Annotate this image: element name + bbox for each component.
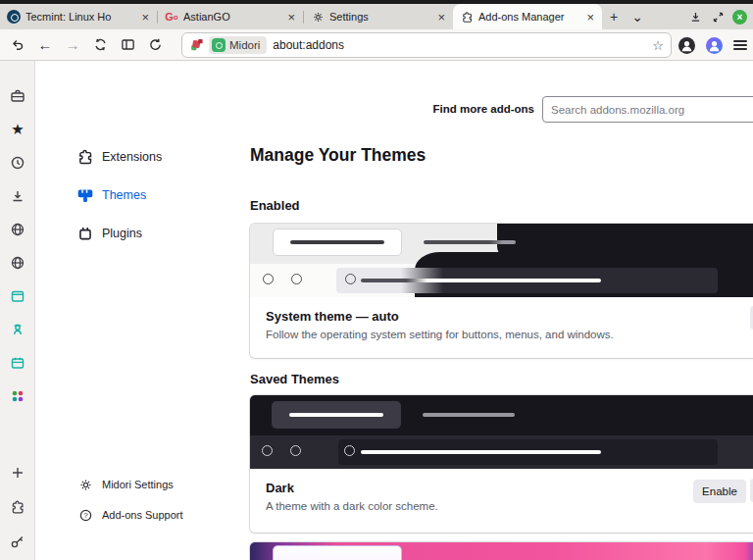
tab-close-icon[interactable]: × xyxy=(585,10,595,25)
gear-icon xyxy=(311,10,325,24)
theme-card-system-auto: System theme — auto Follow the operating… xyxy=(250,224,753,358)
key-icon[interactable] xyxy=(10,534,25,549)
puzzle-icon xyxy=(76,148,94,166)
midori-logo-icon xyxy=(212,38,226,52)
sidebar-item-extensions[interactable]: Extensions xyxy=(76,147,162,167)
sidebar-item-addons-support[interactable]: ? Add-ons Support xyxy=(78,507,183,523)
sidebar-item-midori-settings[interactable]: Midori Settings xyxy=(78,477,174,492)
extension-badge-icon[interactable] xyxy=(189,38,203,52)
theme-card-dark: Dark A theme with a dark color scheme. E… xyxy=(250,395,753,533)
sync-icon[interactable] xyxy=(86,32,114,58)
search-addons-input[interactable] xyxy=(542,96,753,123)
account-icon[interactable] xyxy=(706,37,723,54)
downloads-icon[interactable] xyxy=(10,188,25,204)
sidebar-item-label: Extensions xyxy=(102,150,162,164)
add-plus-icon[interactable] xyxy=(10,465,25,481)
tecmint-favicon-icon xyxy=(7,10,21,24)
list-tabs-chevron-icon[interactable]: ⌄ xyxy=(626,4,649,29)
tab-close-icon[interactable]: × xyxy=(140,10,150,25)
tab-astiango[interactable]: Go AstianGO × xyxy=(158,4,303,29)
tab-close-icon[interactable]: × xyxy=(286,10,296,25)
theme-preview-dark xyxy=(250,395,753,469)
new-tab-button[interactable]: + xyxy=(602,4,626,29)
addons-manager-page: Extensions Themes Plugins Midor xyxy=(35,61,753,560)
theme-title: System theme — auto xyxy=(266,309,753,324)
plug-icon xyxy=(76,225,94,242)
download-icon[interactable] xyxy=(687,9,703,25)
tab-title: AstianGO xyxy=(183,11,281,23)
theme-description: A theme with a dark color scheme. xyxy=(266,500,753,512)
url-text[interactable]: about:addons xyxy=(273,38,646,52)
tab-close-icon[interactable]: × xyxy=(436,10,446,25)
sidebar-item-themes[interactable]: Themes xyxy=(76,185,146,205)
forward-arrow-icon[interactable]: → xyxy=(59,32,86,58)
tab-title: Settings xyxy=(329,11,431,23)
url-bar[interactable]: Midori about:addons ☆ xyxy=(181,32,672,58)
globe-icon-2[interactable] xyxy=(10,255,25,271)
paintbrush-icon xyxy=(76,186,94,204)
tab-addons-manager[interactable]: Add-ons Manager × xyxy=(453,4,602,29)
site-identity-badge[interactable]: Midori xyxy=(209,36,267,54)
contact-person-icon[interactable] xyxy=(10,322,25,337)
history-clock-icon[interactable] xyxy=(10,155,25,171)
svg-text:?: ? xyxy=(83,511,88,520)
sidebar-panel-icon[interactable] xyxy=(114,32,141,58)
expand-icon[interactable] xyxy=(710,9,726,25)
back-arrow-icon[interactable]: ← xyxy=(31,32,59,58)
reload-icon[interactable] xyxy=(141,32,169,58)
apps-grid-dots-icon[interactable] xyxy=(10,388,25,404)
undo-icon[interactable] xyxy=(4,32,31,58)
theme-card-alpenglow xyxy=(250,542,753,560)
sidebar-item-label: Plugins xyxy=(102,227,142,240)
sidebar-item-label: Themes xyxy=(102,188,146,202)
navigation-toolbar: ← → Midori about:addons ☆ xyxy=(0,29,753,61)
sidebar-footer-label: Midori Settings xyxy=(102,479,174,490)
section-heading-saved-themes: Saved Themes xyxy=(250,372,339,386)
close-window-icon[interactable]: × xyxy=(732,10,747,25)
puzzle-icon xyxy=(460,10,474,24)
tab-tecmint[interactable]: Tecmint: Linux Ho × xyxy=(0,4,157,29)
extensions-puzzle-icon[interactable] xyxy=(10,499,25,515)
window-app-icon[interactable] xyxy=(10,288,25,304)
site-name: Midori xyxy=(229,39,260,51)
theme-preview-alpenglow xyxy=(250,542,753,560)
theme-preview-system-auto xyxy=(250,224,753,297)
window-controls: × xyxy=(687,4,753,29)
theme-title: Dark xyxy=(266,481,753,495)
menu-hamburger-icon[interactable] xyxy=(733,40,747,50)
gear-icon xyxy=(78,478,93,492)
sidebar-item-plugins[interactable]: Plugins xyxy=(76,224,142,243)
left-icon-strip: ★ xyxy=(0,61,35,560)
theme-description: Follow the operating system setting for … xyxy=(266,329,753,340)
enable-theme-button[interactable]: Enable xyxy=(693,480,746,503)
tab-title: Tecmint: Linux Ho xyxy=(25,11,135,23)
briefcase-icon[interactable] xyxy=(10,88,25,104)
find-more-addons-label: Find more add-ons xyxy=(329,103,534,115)
bookmark-star-icon[interactable]: ☆ xyxy=(652,38,664,53)
bookmarks-star-icon[interactable]: ★ xyxy=(10,122,25,137)
globe-icon[interactable] xyxy=(10,222,25,237)
tab-title: Add-ons Manager xyxy=(478,11,580,23)
section-heading-enabled: Enabled xyxy=(250,198,300,213)
page-title: Manage Your Themes xyxy=(250,145,426,166)
help-icon: ? xyxy=(78,508,93,523)
toolbar-right-buttons xyxy=(678,32,747,58)
calendar-icon[interactable] xyxy=(10,355,25,371)
tab-settings[interactable]: Settings × xyxy=(304,4,453,29)
sidebar-footer-label: Add-ons Support xyxy=(102,509,183,521)
profile-icon[interactable] xyxy=(678,37,695,54)
tab-bar: Tecmint: Linux Ho × Go AstianGO × Settin… xyxy=(0,4,753,29)
astiango-favicon-icon: Go xyxy=(165,10,178,24)
